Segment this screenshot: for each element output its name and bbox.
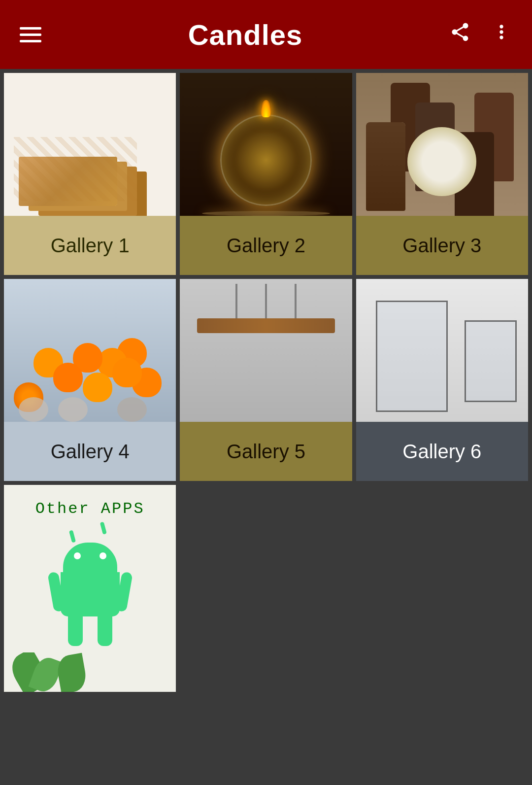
gallery-item-5[interactable]: Gallery 5 bbox=[180, 279, 352, 481]
gallery-grid: Gallery 1 Gallery 2 Gallery 3 Gallery 4 … bbox=[0, 69, 532, 696]
robot-body bbox=[61, 572, 120, 616]
header-actions bbox=[444, 16, 517, 53]
robot-eye-left bbox=[74, 552, 81, 559]
robot-leg-right bbox=[98, 614, 112, 646]
gallery-image-6 bbox=[356, 279, 528, 422]
app-header: Candles bbox=[0, 0, 532, 69]
empty-tile-2 bbox=[356, 485, 528, 692]
robot-eye-right bbox=[100, 552, 106, 559]
share-icon[interactable] bbox=[444, 16, 476, 53]
robot-leg-left bbox=[68, 614, 83, 646]
empty-tile-1 bbox=[180, 485, 352, 692]
other-apps-tile[interactable]: Other APPS bbox=[4, 485, 176, 692]
page-title: Candles bbox=[46, 18, 444, 51]
gallery-label-3: Gallery 3 bbox=[356, 216, 528, 275]
gallery-label-4: Gallery 4 bbox=[4, 422, 176, 481]
candle-flame bbox=[261, 100, 271, 117]
gallery-label-1: Gallery 1 bbox=[4, 216, 176, 275]
gallery-image-4 bbox=[4, 279, 176, 422]
more-options-icon[interactable] bbox=[486, 16, 517, 53]
gallery-label-5: Gallery 5 bbox=[180, 422, 352, 481]
gallery-label-6: Gallery 6 bbox=[356, 422, 528, 481]
plant-decoration bbox=[4, 652, 176, 692]
gallery-image-1 bbox=[4, 73, 176, 216]
gallery-image-2 bbox=[180, 73, 352, 216]
android-robot-icon bbox=[51, 528, 130, 616]
gallery-item-4[interactable]: Gallery 4 bbox=[4, 279, 176, 481]
robot-head bbox=[63, 543, 117, 572]
gallery-item-2[interactable]: Gallery 2 bbox=[180, 73, 352, 275]
other-apps-title: Other APPS bbox=[35, 500, 145, 518]
gallery-item-6[interactable]: Gallery 6 bbox=[356, 279, 528, 481]
gallery-image-3 bbox=[356, 73, 528, 216]
leaf-3 bbox=[55, 653, 88, 692]
menu-icon[interactable] bbox=[15, 22, 46, 47]
gallery-image-5 bbox=[180, 279, 352, 422]
gallery-item-1[interactable]: Gallery 1 bbox=[4, 73, 176, 275]
gallery-item-3[interactable]: Gallery 3 bbox=[356, 73, 528, 275]
gallery-label-2: Gallery 2 bbox=[180, 216, 352, 275]
